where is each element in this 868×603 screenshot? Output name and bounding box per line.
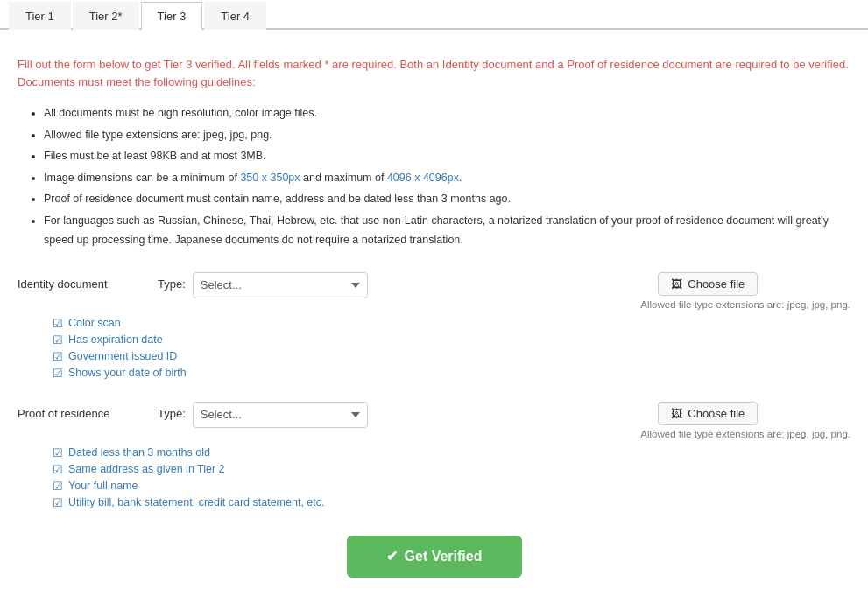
identity-type-select[interactable]: Select... xyxy=(193,272,368,298)
proof-check-3: ☑ Your full name xyxy=(53,480,850,493)
identity-choose-file-button[interactable]: 🖼 Choose file xyxy=(658,272,758,296)
guideline-1: All documents must be high resolution, c… xyxy=(44,103,850,123)
proof-check-label-2: Same address as given in Tier 2 xyxy=(68,463,225,475)
identity-check-label-2: Has expiration date xyxy=(68,333,163,346)
proof-file-extensions: Allowed file type extensions are: jpeg, … xyxy=(640,429,850,439)
identity-check-label-4: Shows your date of birth xyxy=(68,367,187,379)
identity-check-1: ☑ Color scan xyxy=(53,317,850,330)
identity-check-label-3: Government issued ID xyxy=(68,350,177,362)
identity-check-4: ☑ Shows your date of birth xyxy=(53,367,850,380)
proof-choose-file-label: Choose file xyxy=(688,407,745,420)
proof-file-area: 🖼 Choose file Allowed file type extensio… xyxy=(640,402,850,439)
guideline-6: For languages such as Russian, Chinese, … xyxy=(44,211,850,250)
identity-document-row: Identity document Type: Select... 🖼 Choo… xyxy=(18,272,850,310)
proof-checklist: ☑ Dated less than 3 months old ☑ Same ad… xyxy=(18,446,850,509)
guideline-3: Files must be at least 98KB and at most … xyxy=(44,146,850,166)
check-icon-p4: ☑ xyxy=(53,496,63,509)
dim-max: 4096 x 4096px xyxy=(387,172,459,184)
guideline-5: Proof of residence document must contain… xyxy=(44,189,850,209)
identity-file-area: 🖼 Choose file Allowed file type extensio… xyxy=(640,272,850,310)
identity-choose-file-label: Choose file xyxy=(688,277,745,291)
proof-check-label-1: Dated less than 3 months old xyxy=(68,446,210,459)
proof-check-label-3: Your full name xyxy=(68,480,138,492)
proof-check-4: ☑ Utility bill, bank statement, credit c… xyxy=(53,496,850,509)
guideline-4: Image dimensions can be a minimum of 350… xyxy=(44,168,850,188)
check-icon-p1: ☑ xyxy=(53,446,63,459)
check-icon-2: ☑ xyxy=(53,333,63,347)
proof-check-1: ☑ Dated less than 3 months old xyxy=(53,446,850,459)
guidelines-list: All documents must be high resolution, c… xyxy=(18,103,850,250)
identity-file-extensions: Allowed file type extensions are: jpeg, … xyxy=(640,299,850,310)
proof-check-2: ☑ Same address as given in Tier 2 xyxy=(53,463,850,476)
check-icon-4: ☑ xyxy=(53,367,63,380)
get-verified-button[interactable]: ✔ Get Verified xyxy=(347,536,522,578)
main-content: Fill out the form below to get Tier 3 ve… xyxy=(0,47,868,595)
proof-of-residence-row: Proof of residence Type: Select... 🖼 Cho… xyxy=(18,402,850,439)
identity-check-3: ☑ Government issued ID xyxy=(53,350,850,363)
check-icon-3: ☑ xyxy=(53,350,63,363)
image-icon: 🖼 xyxy=(671,277,682,291)
dim-min: 350 x 350px xyxy=(240,172,300,184)
identity-type-label: Type: xyxy=(158,272,186,291)
tab-tier3[interactable]: Tier 3 xyxy=(141,2,203,30)
checkmark-icon: ✔ xyxy=(386,548,398,564)
guideline-2: Allowed file type extensions are: jpeg, … xyxy=(44,125,850,145)
tab-tier2[interactable]: Tier 2* xyxy=(73,2,139,30)
check-icon-p2: ☑ xyxy=(53,463,63,476)
tab-tier1[interactable]: Tier 1 xyxy=(9,2,71,30)
check-icon-p3: ☑ xyxy=(53,480,63,493)
proof-of-residence-label: Proof of residence xyxy=(18,402,158,420)
identity-check-label-1: Color scan xyxy=(68,317,121,329)
proof-type-select[interactable]: Select... xyxy=(193,402,368,428)
proof-check-label-4: Utility bill, bank statement, credit car… xyxy=(68,496,324,508)
proof-type-label: Type: xyxy=(158,402,186,420)
identity-check-2: ☑ Has expiration date xyxy=(53,333,850,347)
check-icon-1: ☑ xyxy=(53,317,63,330)
get-verified-label: Get Verified xyxy=(405,549,483,564)
proof-choose-file-button[interactable]: 🖼 Choose file xyxy=(658,402,758,425)
tab-tier4[interactable]: Tier 4 xyxy=(204,2,266,30)
intro-text: Fill out the form below to get Tier 3 ve… xyxy=(18,56,850,90)
tabs-bar: Tier 1 Tier 2* Tier 3 Tier 4 xyxy=(0,0,868,30)
proof-of-residence-section: Proof of residence Type: Select... 🖼 Cho… xyxy=(18,402,850,509)
image-icon-2: 🖼 xyxy=(671,407,682,420)
identity-document-section: Identity document Type: Select... 🖼 Choo… xyxy=(18,272,850,380)
identity-checklist: ☑ Color scan ☑ Has expiration date ☑ Gov… xyxy=(18,317,850,380)
identity-document-label: Identity document xyxy=(18,272,158,291)
